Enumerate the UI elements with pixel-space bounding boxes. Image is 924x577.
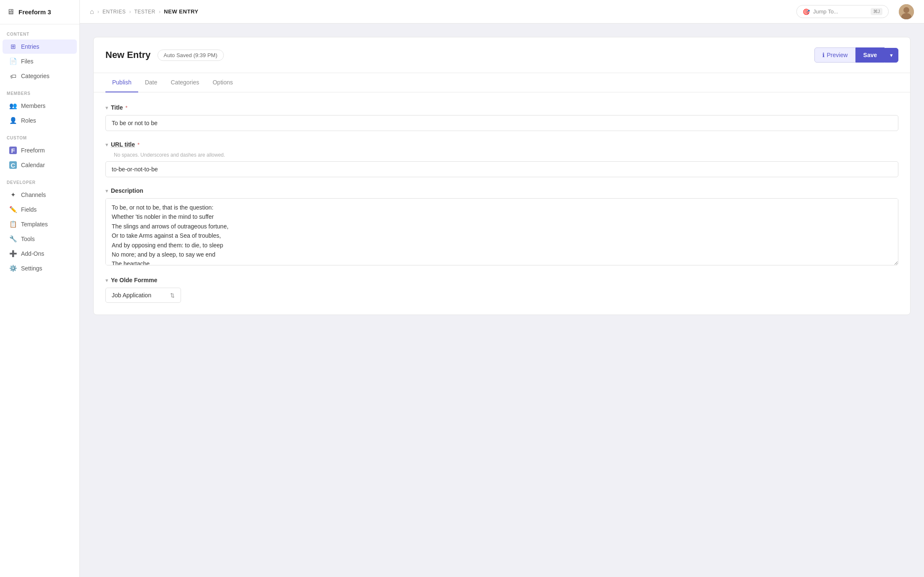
tools-icon: 🔧: [9, 235, 17, 243]
sidebar-item-freeform[interactable]: F Freeform: [3, 143, 77, 157]
title-input[interactable]: [105, 115, 898, 131]
field-description-section: ▾ Description To be, or not to be, that …: [105, 187, 898, 267]
sidebar-item-addons[interactable]: ➕ Add-Ons: [3, 247, 77, 261]
sidebar-item-label: Freeform: [21, 147, 45, 154]
title-label: Title: [111, 104, 123, 111]
avatar-image: [899, 4, 914, 19]
breadcrumb-entries[interactable]: ENTRIES: [102, 9, 126, 15]
entry-tabs: Publish Date Categories Options: [94, 73, 910, 92]
preview-button[interactable]: ℹ Preview: [814, 47, 856, 63]
home-icon[interactable]: ⌂: [90, 8, 94, 16]
breadcrumb-sep-2: ›: [129, 8, 131, 15]
sidebar-section-content: CONTENT ⊞ Entries 📄 Files 🏷 Categories: [0, 24, 79, 84]
breadcrumb-sep-1: ›: [97, 8, 99, 15]
ye-olde-formme-chevron-icon: ▾: [105, 277, 108, 283]
description-label: Description: [111, 187, 143, 194]
section-label-custom: CUSTOM: [0, 128, 79, 143]
breadcrumb: ⌂ › ENTRIES › TESTER › NEW ENTRY: [90, 8, 793, 16]
sidebar-section-developer: DEVELOPER ✦ Channels ✏️ Fields 📋 Templat…: [0, 173, 79, 276]
url-title-required-marker: *: [137, 142, 139, 148]
app-name: Freeform 3: [18, 8, 51, 16]
monitor-icon: 🖥: [7, 8, 14, 16]
topbar: ⌂ › ENTRIES › TESTER › NEW ENTRY 🎯 Jump …: [80, 0, 924, 24]
title-chevron-icon: ▾: [105, 105, 108, 111]
freeform-icon: F: [9, 147, 17, 154]
svg-point-1: [903, 7, 909, 13]
sidebar: 🖥 Freeform 3 CONTENT ⊞ Entries 📄 Files 🏷…: [0, 0, 80, 577]
auto-saved-badge: Auto Saved (9:39 PM): [158, 50, 224, 61]
jump-to-icon: 🎯: [803, 8, 810, 15]
sidebar-item-tools[interactable]: 🔧 Tools: [3, 232, 77, 246]
tab-options[interactable]: Options: [206, 73, 239, 92]
description-chevron-icon: ▾: [105, 188, 108, 194]
sidebar-item-label: Fields: [21, 206, 37, 213]
sidebar-item-label: Calendar: [21, 162, 45, 168]
field-url-title-section: ▾ URL title * No spaces. Underscores and…: [105, 141, 898, 177]
sidebar-item-label: Roles: [21, 117, 36, 124]
title-label-row: ▾ Title *: [105, 104, 898, 111]
sidebar-item-label: Channels: [21, 191, 46, 198]
roles-icon: 👤: [9, 117, 17, 124]
breadcrumb-sep-3: ›: [159, 8, 160, 15]
url-title-hint: No spaces. Underscores and dashes are al…: [114, 152, 898, 158]
templates-icon: 📋: [9, 220, 17, 228]
sidebar-item-members[interactable]: 👥 Members: [3, 99, 77, 113]
calendar-icon: C: [9, 161, 17, 169]
files-icon: 📄: [9, 58, 17, 65]
jump-to-label: Jump To...: [813, 8, 838, 15]
sidebar-section-custom: CUSTOM F Freeform C Calendar: [0, 128, 79, 173]
app-logo[interactable]: 🖥 Freeform 3: [0, 0, 79, 24]
sidebar-item-calendar[interactable]: C Calendar: [3, 158, 77, 172]
title-required-marker: *: [126, 105, 128, 111]
url-title-label: URL title: [111, 141, 135, 148]
sidebar-item-label: Categories: [21, 73, 50, 79]
entries-icon: ⊞: [9, 43, 17, 50]
tab-date[interactable]: Date: [138, 73, 164, 92]
field-title-section: ▾ Title *: [105, 104, 898, 131]
save-label: Save: [863, 52, 877, 58]
sidebar-item-fields[interactable]: ✏️ Fields: [3, 202, 77, 217]
sidebar-item-label: Entries: [21, 43, 39, 50]
channels-icon: ✦: [9, 191, 17, 199]
sidebar-item-channels[interactable]: ✦ Channels: [3, 188, 77, 202]
section-label-members: MEMBERS: [0, 84, 79, 98]
avatar[interactable]: [899, 4, 914, 19]
url-title-input[interactable]: [105, 161, 898, 177]
breadcrumb-tester[interactable]: TESTER: [134, 9, 155, 15]
members-icon: 👥: [9, 102, 17, 110]
sidebar-item-entries[interactable]: ⊞ Entries: [3, 39, 77, 54]
sidebar-item-categories[interactable]: 🏷 Categories: [3, 69, 77, 83]
save-button[interactable]: Save: [856, 47, 885, 63]
ye-olde-formme-label-row: ▾ Ye Olde Formme: [105, 277, 898, 283]
ye-olde-formme-label: Ye Olde Formme: [111, 277, 157, 283]
url-title-chevron-icon: ▾: [105, 142, 108, 148]
url-title-label-row: ▾ URL title *: [105, 141, 898, 148]
sidebar-item-templates[interactable]: 📋 Templates: [3, 217, 77, 231]
description-label-row: ▾ Description: [105, 187, 898, 194]
section-label-developer: DEVELOPER: [0, 173, 79, 187]
sidebar-section-members: MEMBERS 👥 Members 👤 Roles: [0, 84, 79, 128]
chevron-down-icon: ▾: [890, 52, 893, 58]
description-textarea[interactable]: To be, or not to be, that is the questio…: [105, 198, 898, 265]
save-dropdown-button[interactable]: ▾: [885, 48, 898, 63]
breadcrumb-new-entry: NEW ENTRY: [164, 8, 198, 15]
sidebar-item-settings[interactable]: ⚙️ Settings: [3, 261, 77, 275]
select-arrows-icon: ⇅: [170, 292, 175, 299]
form-body: ▾ Title * ▾ URL title * No spaces. Under…: [94, 92, 910, 315]
main-area: ⌂ › ENTRIES › TESTER › NEW ENTRY 🎯 Jump …: [80, 0, 924, 577]
tab-publish[interactable]: Publish: [105, 73, 138, 92]
sidebar-item-roles[interactable]: 👤 Roles: [3, 113, 77, 128]
sidebar-item-label: Files: [21, 58, 34, 65]
ye-olde-formme-select[interactable]: Job Application ⇅: [105, 288, 181, 303]
sidebar-item-files[interactable]: 📄 Files: [3, 54, 77, 68]
settings-icon: ⚙️: [9, 265, 17, 272]
content-area: New Entry Auto Saved (9:39 PM) ℹ Preview…: [80, 24, 924, 577]
jump-to-button[interactable]: 🎯 Jump To... ⌘J: [796, 5, 889, 18]
tab-categories[interactable]: Categories: [164, 73, 206, 92]
sidebar-item-label: Tools: [21, 236, 35, 242]
fields-icon: ✏️: [9, 206, 17, 213]
categories-icon: 🏷: [9, 72, 17, 80]
field-ye-olde-formme-section: ▾ Ye Olde Formme Job Application ⇅: [105, 277, 898, 303]
entry-actions: ℹ Preview Save ▾: [814, 47, 899, 63]
jump-to-shortcut: ⌘J: [871, 8, 883, 15]
